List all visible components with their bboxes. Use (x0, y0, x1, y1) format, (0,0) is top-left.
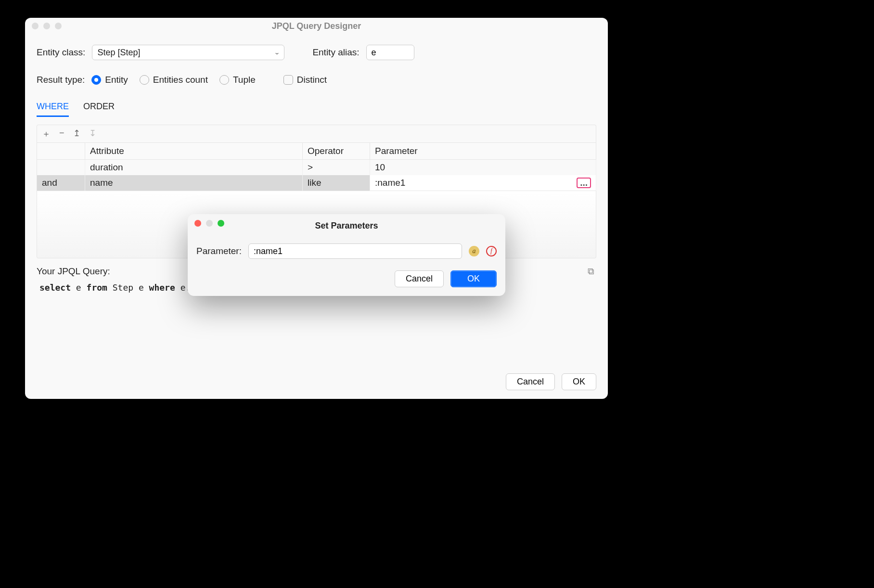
parameter-label: Parameter: (196, 246, 242, 256)
zoom-icon[interactable] (218, 220, 224, 227)
titlebar: JPQL Query Designer (25, 18, 608, 34)
col-attribute: Attribute (85, 143, 303, 160)
cancel-button[interactable]: Cancel (506, 373, 555, 390)
remove-icon[interactable]: − (59, 128, 64, 140)
entity-class-label: Entity class: (37, 47, 85, 58)
col-parameter: Parameter (370, 143, 596, 160)
dialog-window-controls (194, 220, 224, 227)
dialog-ok-button[interactable]: OK (450, 270, 497, 287)
tab-where[interactable]: WHERE (37, 102, 69, 117)
table-row[interactable]: duration > 10 (37, 160, 596, 176)
entity-alias-input[interactable] (366, 45, 414, 60)
checkbox-icon (283, 75, 293, 85)
window-title: JPQL Query Designer (272, 21, 361, 31)
close-icon[interactable] (194, 220, 201, 227)
entity-class-select[interactable]: Step [Step] ⌄ (92, 45, 284, 60)
where-toolbar: ＋ − ↥ ↧ (37, 125, 596, 142)
parameter-input[interactable] (248, 243, 462, 259)
radio-icon (91, 75, 101, 85)
dialog-cancel-button[interactable]: Cancel (395, 270, 444, 287)
radio-entities-count[interactable]: Entities count (140, 75, 208, 85)
minimize-icon[interactable] (206, 220, 213, 227)
ellipsis-button[interactable]: ... (577, 178, 591, 188)
move-up-icon[interactable]: ↥ (73, 128, 80, 140)
set-parameters-dialog: Set Parameters Parameter: a f Cancel OK (188, 214, 505, 296)
function-badge-icon[interactable]: f (486, 246, 497, 256)
radio-icon (219, 75, 229, 85)
radio-entity[interactable]: Entity (91, 75, 128, 85)
entity-class-value: Step [Step] (97, 48, 140, 58)
entity-alias-label: Entity alias: (312, 47, 359, 58)
ok-button[interactable]: OK (562, 373, 596, 390)
parameter-value: :name1 (375, 178, 405, 188)
radio-tuple[interactable]: Tuple (219, 75, 256, 85)
col-operator: Operator (303, 143, 370, 160)
zoom-icon[interactable] (55, 23, 62, 29)
tab-order[interactable]: ORDER (83, 102, 115, 117)
attribute-badge-icon[interactable]: a (469, 246, 479, 256)
col-conj (37, 143, 85, 160)
add-icon[interactable]: ＋ (42, 128, 51, 140)
distinct-checkbox[interactable]: Distinct (283, 75, 327, 85)
conditions-table: Attribute Operator Parameter duration > … (37, 142, 596, 191)
chevron-down-icon: ⌄ (274, 49, 280, 56)
minimize-icon[interactable] (43, 23, 50, 29)
window-controls (32, 23, 62, 29)
move-down-icon[interactable]: ↧ (89, 128, 96, 140)
dialog-title: Set Parameters (196, 221, 497, 231)
result-type-label: Result type: (37, 75, 85, 85)
table-row[interactable]: and name like :name1 ... (37, 175, 596, 191)
copy-icon[interactable]: ⧉ (588, 266, 594, 277)
close-icon[interactable] (32, 23, 39, 29)
radio-icon (140, 75, 149, 85)
main-window: JPQL Query Designer Entity class: Step [… (25, 18, 608, 399)
